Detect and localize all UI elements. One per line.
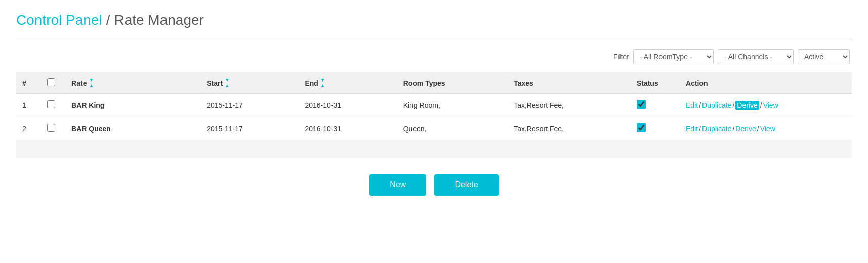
- col-header-rate: Rate ▼ ▲: [65, 72, 200, 94]
- cell-select-checkbox: [41, 117, 66, 140]
- header-divider: [16, 39, 852, 39]
- col-header-checkbox: [41, 72, 66, 94]
- cell-room-types: King Room,: [397, 94, 508, 117]
- rate-sort-icons: ▼ ▲: [89, 78, 94, 88]
- channel-filter-select[interactable]: - All Channels - Channel 1 Channel 2: [718, 49, 794, 64]
- cell-status: [631, 94, 680, 117]
- table-row: 1BAR King2015-11-172016-10-31King Room,T…: [16, 94, 852, 117]
- end-sort-icons: ▼ ▲: [320, 78, 325, 88]
- breadcrumb-separator: /: [106, 12, 110, 28]
- action-link-derive[interactable]: Derive: [735, 125, 756, 133]
- col-header-action: Action: [680, 72, 852, 94]
- action-link-view[interactable]: View: [760, 125, 775, 133]
- action-link-derive[interactable]: Derive: [735, 101, 759, 110]
- action-separator: /: [699, 125, 701, 133]
- page-title: Rate Manager: [114, 12, 203, 28]
- table-row: 2BAR Queen2015-11-172016-10-31Queen,Tax,…: [16, 117, 852, 140]
- col-header-status: Status: [631, 72, 680, 94]
- col-header-taxes: Taxes: [508, 72, 631, 94]
- end-sort-desc-icon[interactable]: ▼: [320, 78, 325, 83]
- cell-rate: BAR Queen: [65, 117, 200, 140]
- filter-label: Filter: [613, 53, 629, 61]
- roomtype-filter-select[interactable]: - All RoomType - King Room Queen Room: [633, 49, 714, 64]
- delete-button[interactable]: Delete: [434, 174, 498, 196]
- start-sort-asc-icon[interactable]: ▲: [225, 83, 230, 88]
- action-separator: /: [699, 101, 701, 109]
- cell-start: 2015-11-17: [200, 117, 299, 140]
- rate-sort-desc-icon[interactable]: ▼: [89, 78, 94, 83]
- cell-start: 2015-11-17: [200, 94, 299, 117]
- action-link-duplicate[interactable]: Duplicate: [702, 101, 731, 109]
- cell-select-checkbox: [41, 94, 66, 117]
- cell-action: Edit / Duplicate / Derive / View: [680, 117, 852, 140]
- action-separator: /: [760, 101, 762, 109]
- cell-status: [631, 117, 680, 140]
- action-link-duplicate[interactable]: Duplicate: [702, 125, 731, 133]
- rates-table: # Rate ▼ ▲ St: [16, 72, 852, 158]
- table-header-row: # Rate ▼ ▲ St: [16, 72, 852, 94]
- action-separator: /: [757, 125, 759, 133]
- status-filter-select[interactable]: Active Inactive All: [798, 49, 850, 64]
- breadcrumb-control-panel-link[interactable]: Control Panel: [16, 12, 102, 28]
- start-sort-icons: ▼ ▲: [225, 78, 230, 88]
- row-2-checkbox[interactable]: [47, 124, 55, 132]
- col-header-end: End ▼ ▲: [299, 72, 397, 94]
- cell-rate: BAR King: [65, 94, 200, 117]
- col-header-room-types: Room Types: [397, 72, 508, 94]
- start-sort-desc-icon[interactable]: ▼: [225, 78, 230, 83]
- cell-taxes: Tax,Resort Fee,: [508, 117, 631, 140]
- cell-action: Edit / Duplicate / Derive / View: [680, 94, 852, 117]
- cell-num: 1: [16, 94, 41, 117]
- cell-room-types: Queen,: [397, 117, 508, 140]
- footer-buttons: New Delete: [16, 174, 852, 208]
- action-separator: /: [732, 125, 734, 133]
- new-button[interactable]: New: [369, 174, 426, 196]
- rate-sort-asc-icon[interactable]: ▲: [89, 83, 94, 88]
- filter-bar: Filter - All RoomType - King Room Queen …: [16, 49, 852, 64]
- cell-num: 2: [16, 117, 41, 140]
- breadcrumb: Control Panel / Rate Manager: [16, 12, 852, 28]
- action-link-view[interactable]: View: [763, 101, 778, 109]
- row-1-status-checkbox[interactable]: [637, 100, 646, 109]
- cell-taxes: Tax,Resort Fee,: [508, 94, 631, 117]
- select-all-checkbox[interactable]: [47, 78, 55, 86]
- action-link-edit[interactable]: Edit: [686, 101, 698, 109]
- row-1-checkbox[interactable]: [47, 100, 55, 108]
- row-2-status-checkbox[interactable]: [637, 123, 646, 132]
- table-footer-row: [16, 140, 852, 158]
- col-header-start: Start ▼ ▲: [200, 72, 299, 94]
- cell-end: 2016-10-31: [299, 94, 397, 117]
- cell-end: 2016-10-31: [299, 117, 397, 140]
- action-separator: /: [732, 101, 734, 109]
- end-sort-asc-icon[interactable]: ▲: [320, 83, 325, 88]
- col-header-num: #: [16, 72, 41, 94]
- action-link-edit[interactable]: Edit: [686, 125, 698, 133]
